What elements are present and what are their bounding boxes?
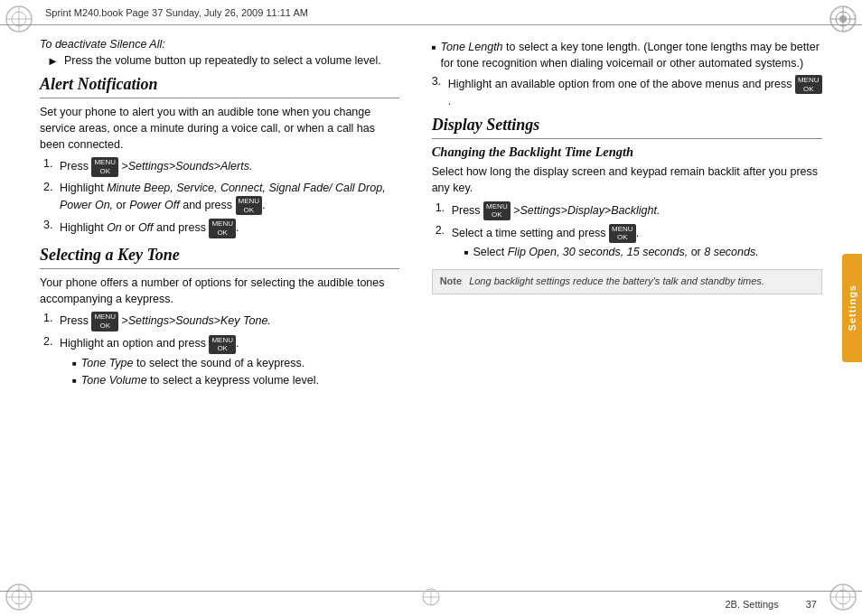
key-tone-continued: ■ Tone Length to select a key tone lengt… (432, 40, 822, 110)
right-column: ■ Tone Length to select a key tone lengt… (416, 34, 822, 582)
note-text: Long backlight settings reduce the batte… (469, 275, 764, 288)
bullet-sym-1: ■ (72, 359, 77, 368)
menu-key-3a: MENUOK (209, 219, 236, 238)
backlight-step-1-num: 1. (436, 201, 452, 214)
arrow-symbol: ► (47, 54, 59, 69)
key-tone-step-1-num: 1. (43, 312, 60, 324)
note-label: Note (440, 275, 462, 286)
bottom-bar-section: 2B. Settings (725, 599, 778, 610)
key-tone-continued-sub-bullets: ■ Tone Length to select a key tone lengt… (432, 40, 822, 71)
step-1-text: Press MENUOK >Settings>Sounds>Alerts. (60, 157, 252, 176)
sub-bullet-tone-length-text: Tone Length to select a key tone length.… (441, 40, 822, 71)
sub-bullet-tone-volume: ■ Tone Volume to select a keypress volum… (72, 373, 319, 389)
key-tone-step-2-num: 2. (43, 335, 60, 348)
sub-bullet-tone-type-text: Tone Type to select the sound of a keypr… (81, 356, 305, 372)
menu-key-kt2: MENUOK (209, 335, 236, 354)
sub-bullet-tone-type: ■ Tone Type to select the sound of a key… (72, 356, 319, 372)
sub-bullet-flip-open: ■ Select Flip Open, 30 seconds, 15 secon… (464, 245, 759, 261)
settings-side-tab: Settings (842, 254, 862, 362)
step-2-text: Highlight Minute Beep, Service, Connect,… (60, 181, 399, 216)
arrow-item-volume: ► Press the volume button up repeatedly … (47, 53, 399, 70)
step-2-num: 2. (43, 181, 60, 193)
left-column: To deactivate Silence All: ► Press the v… (40, 34, 416, 582)
top-bar-text: Sprint M240.book Page 37 Sunday, July 26… (45, 7, 308, 18)
backlight-sub-heading: Changing the Backlight Time Length (432, 145, 822, 160)
backlight-step-2-num: 2. (436, 224, 452, 237)
key-tone-step-3-num: 3. (432, 75, 448, 88)
note-box: Note Long backlight settings reduce the … (432, 269, 822, 294)
alert-notification-divider (40, 98, 399, 98)
key-tone-step-1: 1. Press MENUOK >Settings>Sounds>Key Ton… (43, 312, 399, 331)
backlight-body: Select how long the display screen and k… (432, 163, 822, 196)
key-tone-steps: 1. Press MENUOK >Settings>Sounds>Key Ton… (43, 312, 399, 390)
menu-key-bl1: MENUOK (483, 201, 511, 220)
menu-key-kt3: MENUOK (795, 75, 822, 94)
key-tone-step-3-text: Highlight an available option from one o… (448, 75, 822, 110)
key-tone-step-2: 2. Highlight an option and press MENUOK.… (43, 335, 399, 391)
menu-key-kt1: MENUOK (91, 312, 118, 331)
key-tone-step-2-text: Highlight an option and press MENUOK. (60, 337, 239, 350)
step-1-num: 1. (43, 157, 60, 170)
key-tone-step-1-text: Press MENUOK >Settings>Sounds>Key Tone. (60, 312, 271, 331)
selecting-key-tone-heading: Selecting a Key Tone (40, 246, 399, 266)
display-settings-section: Display Settings Changing the Backlight … (432, 116, 822, 294)
alert-notification-section: Alert Notification Set your phone to ale… (40, 75, 399, 238)
step-3-text: Highlight On or Off and press MENUOK. (60, 219, 239, 238)
key-tone-step-3: 3. Highlight an available option from on… (432, 75, 822, 110)
arrow-text-volume: Press the volume button up repeatedly to… (64, 53, 381, 70)
alert-notification-body: Set your phone to alert you with an audi… (40, 104, 399, 153)
main-content: To deactivate Silence All: ► Press the v… (40, 25, 822, 591)
display-settings-divider (432, 138, 822, 139)
alert-step-3: 3. Highlight On or Off and press MENUOK. (43, 219, 399, 238)
sub-bullet-tone-volume-text: Tone Volume to select a keypress volume … (81, 373, 319, 389)
center-bottom-mark (421, 587, 441, 611)
bullet-sym-4: ■ (464, 248, 469, 257)
deactivate-label: To deactivate Silence All: (40, 38, 399, 51)
backlight-step-2: 2. Select a time setting and press MENUO… (436, 224, 822, 263)
backlight-step-1: 1. Press MENUOK >Settings>Display>Backli… (436, 201, 822, 220)
alert-notification-steps: 1. Press MENUOK >Settings>Sounds>Alerts.… (43, 157, 399, 238)
menu-key-2a: MENUOK (236, 196, 263, 215)
alert-notification-heading: Alert Notification (40, 75, 399, 95)
backlight-step-2-text: Select a time setting and press MENUOK. (452, 227, 639, 239)
step-3-num: 3. (43, 219, 60, 231)
sub-bullet-flip-open-text: Select Flip Open, 30 seconds, 15 seconds… (473, 245, 759, 261)
selecting-key-tone-divider (40, 268, 399, 269)
menu-key-bl2: MENUOK (609, 224, 636, 243)
bottom-bar-page: 37 (806, 599, 817, 610)
backlight-step-1-text: Press MENUOK >Settings>Display>Backlight… (452, 201, 661, 220)
key-tone-sub-bullets: ■ Tone Type to select the sound of a key… (72, 356, 319, 389)
selecting-key-tone-body: Your phone offers a number of options fo… (40, 275, 399, 307)
selecting-key-tone-section: Selecting a Key Tone Your phone offers a… (40, 246, 399, 391)
bullet-sym-3: ■ (432, 43, 436, 51)
alert-step-1: 1. Press MENUOK >Settings>Sounds>Alerts. (43, 157, 399, 176)
sub-bullet-tone-length: ■ Tone Length to select a key tone lengt… (432, 40, 822, 71)
backlight-sub-bullets: ■ Select Flip Open, 30 seconds, 15 secon… (464, 245, 759, 261)
menu-key-1a: MENUOK (91, 157, 118, 176)
top-bar: Sprint M240.book Page 37 Sunday, July 26… (0, 0, 862, 25)
side-tab-label: Settings (847, 285, 857, 331)
backlight-steps: 1. Press MENUOK >Settings>Display>Backli… (436, 201, 822, 263)
alert-step-2: 2. Highlight Minute Beep, Service, Conne… (43, 181, 399, 216)
bullet-sym-2: ■ (72, 377, 77, 385)
display-settings-heading: Display Settings (432, 116, 822, 135)
